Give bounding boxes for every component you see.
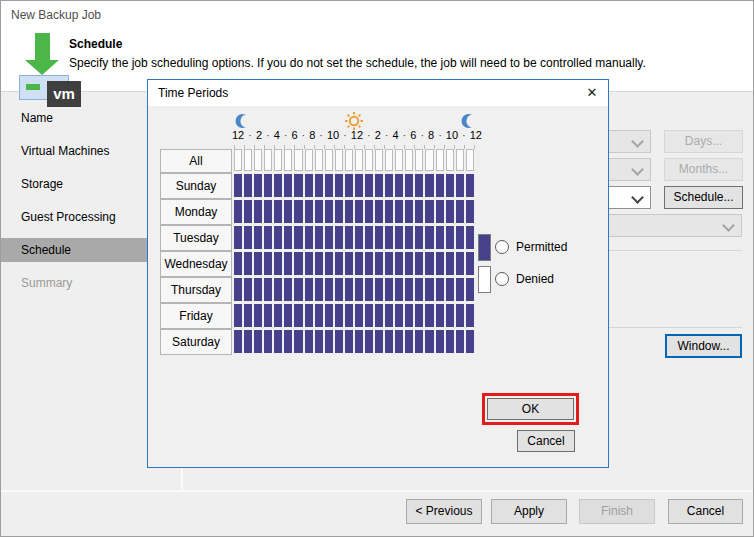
schedule-cell[interactable]	[234, 174, 242, 197]
column-select-cell[interactable]	[234, 149, 242, 171]
column-select-cell[interactable]	[244, 149, 252, 171]
schedule-cell[interactable]	[405, 278, 413, 301]
schedule-cell[interactable]	[335, 200, 343, 223]
column-select-cell[interactable]	[405, 149, 413, 171]
schedule-cell[interactable]	[425, 200, 433, 223]
schedule-cell[interactable]	[456, 304, 464, 327]
schedule-cell[interactable]	[385, 226, 393, 249]
schedule-cell[interactable]	[395, 304, 403, 327]
schedule-cell[interactable]	[405, 304, 413, 327]
schedule-cell[interactable]	[315, 304, 323, 327]
column-select-cell[interactable]	[365, 149, 373, 171]
schedule-cell[interactable]	[375, 252, 383, 275]
schedule-cell[interactable]	[355, 200, 363, 223]
day-button-wednesday[interactable]: Wednesday	[160, 251, 232, 277]
schedule-cell[interactable]	[234, 304, 242, 327]
schedule-cell[interactable]	[375, 174, 383, 197]
column-select-cell[interactable]	[345, 149, 353, 171]
schedule-cell[interactable]	[375, 278, 383, 301]
schedule-cell[interactable]	[466, 252, 474, 275]
schedule-cell[interactable]	[345, 278, 353, 301]
schedule-cell[interactable]	[244, 174, 252, 197]
schedule-cell[interactable]	[415, 174, 423, 197]
schedule-cell[interactable]	[446, 226, 454, 249]
column-select-cell[interactable]	[254, 149, 262, 171]
schedule-cell[interactable]	[244, 304, 252, 327]
schedule-cell[interactable]	[274, 226, 282, 249]
sidebar-item-storage[interactable]: Storage	[1, 172, 159, 196]
schedule-cell[interactable]	[405, 330, 413, 353]
column-select-cell[interactable]	[284, 149, 292, 171]
schedule-cell[interactable]	[355, 226, 363, 249]
schedule-cell[interactable]	[254, 200, 262, 223]
schedule-cell[interactable]	[294, 304, 302, 327]
schedule-cell[interactable]	[375, 226, 383, 249]
schedule-cell[interactable]	[305, 226, 313, 249]
column-select-cell[interactable]	[335, 149, 343, 171]
schedule-cell[interactable]	[375, 200, 383, 223]
schedule-cell[interactable]	[446, 200, 454, 223]
column-select-cell[interactable]	[436, 149, 444, 171]
schedule-cell[interactable]	[294, 330, 302, 353]
schedule-cell[interactable]	[415, 226, 423, 249]
schedule-cell[interactable]	[284, 200, 292, 223]
schedule-cell[interactable]	[325, 226, 333, 249]
column-select-cell[interactable]	[395, 149, 403, 171]
schedule-cell[interactable]	[345, 226, 353, 249]
schedule-cell[interactable]	[264, 330, 272, 353]
schedule-cell[interactable]	[254, 252, 262, 275]
schedule-cell[interactable]	[446, 330, 454, 353]
schedule-cell[interactable]	[335, 330, 343, 353]
schedule-cell[interactable]	[425, 174, 433, 197]
schedule-cell[interactable]	[456, 200, 464, 223]
schedule-cell[interactable]	[355, 304, 363, 327]
schedule-cell[interactable]	[415, 252, 423, 275]
schedule-cell[interactable]	[254, 304, 262, 327]
schedule-cell[interactable]	[405, 226, 413, 249]
schedule-cell[interactable]	[365, 330, 373, 353]
schedule-cell[interactable]	[345, 304, 353, 327]
column-select-cell[interactable]	[325, 149, 333, 171]
schedule-cell[interactable]	[325, 278, 333, 301]
schedule-cell[interactable]	[436, 226, 444, 249]
column-select-cell[interactable]	[415, 149, 423, 171]
schedule-cell[interactable]	[415, 304, 423, 327]
schedule-cell[interactable]	[244, 278, 252, 301]
schedule-cell[interactable]	[415, 278, 423, 301]
day-button-sunday[interactable]: Sunday	[160, 173, 232, 199]
day-button-thursday[interactable]: Thursday	[160, 277, 232, 303]
column-select-cell[interactable]	[375, 149, 383, 171]
schedule-cell[interactable]	[355, 174, 363, 197]
apply-button[interactable]: Apply	[491, 499, 567, 524]
schedule-cell[interactable]	[254, 226, 262, 249]
day-button-saturday[interactable]: Saturday	[160, 329, 232, 355]
schedule-cell[interactable]	[335, 252, 343, 275]
dialog-cancel-button[interactable]: Cancel	[517, 430, 575, 452]
schedule-cell[interactable]	[234, 200, 242, 223]
schedule-cell[interactable]	[345, 330, 353, 353]
schedule-cell[interactable]	[365, 174, 373, 197]
day-button-monday[interactable]: Monday	[160, 199, 232, 225]
schedule-cell[interactable]	[284, 226, 292, 249]
column-select-cell[interactable]	[294, 149, 302, 171]
column-select-cell[interactable]	[466, 149, 474, 171]
schedule-cell[interactable]	[425, 304, 433, 327]
schedule-cell[interactable]	[466, 174, 474, 197]
close-icon[interactable]: ✕	[582, 83, 602, 103]
schedule-cell[interactable]	[446, 278, 454, 301]
sidebar-item-schedule[interactable]: Schedule	[1, 238, 159, 262]
schedule-cell[interactable]	[335, 174, 343, 197]
schedule-cell[interactable]	[315, 278, 323, 301]
column-select-cell[interactable]	[385, 149, 393, 171]
wizard-cancel-button[interactable]: Cancel	[668, 499, 743, 524]
schedule-cell[interactable]	[446, 252, 454, 275]
schedule-cell[interactable]	[345, 200, 353, 223]
schedule-cell[interactable]	[415, 330, 423, 353]
schedule-cell[interactable]	[466, 278, 474, 301]
ok-button[interactable]: OK	[487, 398, 574, 420]
column-select-cell[interactable]	[264, 149, 272, 171]
schedule-cell[interactable]	[264, 278, 272, 301]
schedule-cell[interactable]	[425, 226, 433, 249]
schedule-cell[interactable]	[294, 278, 302, 301]
day-button-friday[interactable]: Friday	[160, 303, 232, 329]
